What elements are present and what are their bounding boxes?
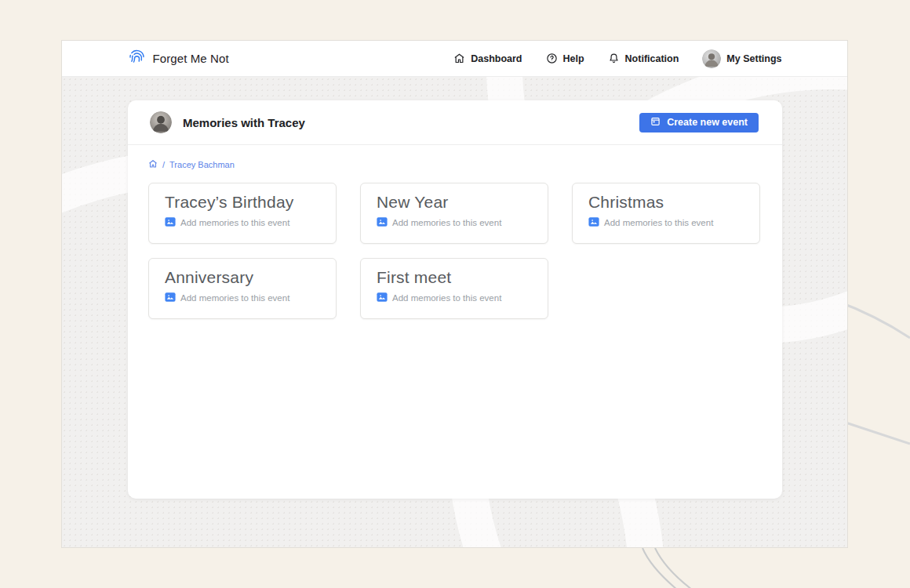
- nav-item-label: Notification: [625, 53, 679, 64]
- event-subtitle: Add memories to this event: [604, 218, 713, 227]
- help-icon: [546, 53, 558, 64]
- nav-item-help[interactable]: Help: [546, 53, 584, 64]
- photo-icon: [165, 292, 176, 303]
- tracey-avatar: [150, 111, 172, 133]
- breadcrumb: / Tracey Bachman: [148, 159, 762, 170]
- nav-item-notification[interactable]: Notification: [608, 53, 679, 64]
- photo-icon: [588, 217, 599, 228]
- nav-item-my-settings[interactable]: My Settings: [702, 49, 781, 68]
- event-title: Anniversary: [165, 268, 320, 287]
- content-area: Memories with Tracey Create new event: [62, 77, 847, 547]
- breadcrumb-separator: /: [162, 160, 165, 169]
- home-icon[interactable]: [148, 159, 158, 170]
- event-title: Tracey’s Birthday: [165, 193, 320, 212]
- memories-panel: Memories with Tracey Create new event: [128, 100, 782, 499]
- user-avatar: [702, 49, 721, 68]
- top-navbar: Forget Me Not Dashboard: [62, 41, 847, 77]
- bell-icon: [608, 53, 620, 64]
- event-subtitle: Add memories to this event: [180, 218, 289, 227]
- event-card-anniversary[interactable]: Anniversary Add memories to this event: [148, 258, 337, 319]
- event-card-christmas[interactable]: Christmas Add memories to this event: [572, 183, 760, 244]
- photo-icon: [165, 217, 176, 228]
- create-new-event-button[interactable]: Create new event: [639, 113, 759, 132]
- panel-header: Memories with Tracey Create new event: [128, 100, 782, 145]
- nav-item-label: Dashboard: [471, 53, 522, 64]
- calendar-icon: [650, 116, 661, 129]
- event-grid: Tracey’s Birthday Add memories to this e…: [148, 183, 762, 319]
- event-subtitle: Add memories to this event: [392, 293, 501, 303]
- event-subtitle: Add memories to this event: [392, 218, 501, 227]
- event-title: First meet: [377, 268, 532, 287]
- breadcrumb-current: Tracey Bachman: [169, 160, 235, 169]
- event-card-new-year[interactable]: New Year Add memories to this event: [360, 183, 548, 244]
- event-subtitle: Add memories to this event: [180, 293, 289, 303]
- panel-body: / Tracey Bachman Tracey’s Birthday Add m…: [128, 145, 782, 333]
- nav-item-dashboard[interactable]: Dashboard: [453, 53, 522, 64]
- photo-icon: [377, 217, 388, 228]
- fingerprint-icon: [128, 48, 146, 69]
- event-card-traceys-birthday[interactable]: Tracey’s Birthday Add memories to this e…: [148, 183, 337, 244]
- page-title: Memories with Tracey: [183, 116, 305, 129]
- event-title: Christmas: [588, 193, 744, 212]
- nav-item-label: Help: [563, 53, 584, 64]
- brand-name: Forget Me Not: [153, 52, 229, 65]
- brand-logo[interactable]: Forget Me Not: [128, 48, 229, 69]
- event-card-first-meet[interactable]: First meet Add memories to this event: [360, 258, 548, 319]
- photo-icon: [377, 292, 388, 303]
- create-new-event-label: Create new event: [667, 117, 748, 128]
- home-icon: [453, 53, 465, 64]
- event-title: New Year: [377, 193, 532, 212]
- app-window: Forget Me Not Dashboard: [61, 40, 848, 548]
- nav-item-label: My Settings: [726, 53, 781, 64]
- nav-links: Dashboard Help: [453, 49, 781, 68]
